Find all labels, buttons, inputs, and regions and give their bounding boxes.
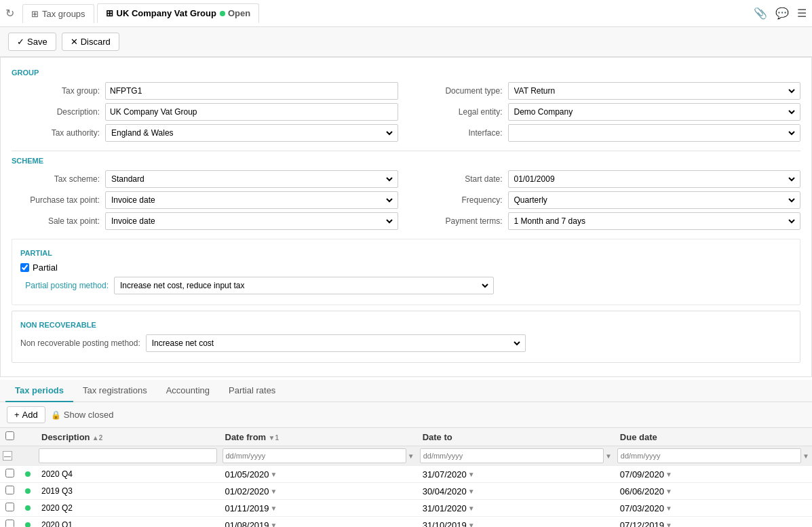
- document-type-select[interactable]: VAT Return: [511, 83, 798, 99]
- row-2-check[interactable]: [0, 500, 20, 517]
- row-3-due-date[interactable]: 07/12/2019 ▼: [615, 517, 812, 528]
- row-1-date-from-dd[interactable]: ▼: [271, 488, 277, 495]
- document-type-dropdown[interactable]: VAT Return: [508, 82, 801, 100]
- row-3-check[interactable]: [0, 517, 20, 528]
- row-0-check[interactable]: [0, 466, 20, 483]
- row-3-date-to[interactable]: 31/10/2019 ▼: [417, 517, 615, 528]
- row-2-date-to[interactable]: 31/01/2020 ▼: [417, 500, 615, 517]
- row-1-date-from[interactable]: 01/02/2020 ▼: [220, 483, 417, 500]
- filter-due-date-cell[interactable]: ▼: [615, 446, 812, 466]
- start-date-select[interactable]: 01/01/2009: [511, 171, 798, 187]
- row-3-description[interactable]: 2020 Q1: [36, 517, 220, 528]
- select-all-checkbox[interactable]: [5, 431, 14, 440]
- non-rec-select[interactable]: Increase net cost: [149, 335, 522, 351]
- row-2-due-date-dd[interactable]: ▼: [665, 505, 672, 512]
- row-3-date-to-dd[interactable]: ▼: [468, 522, 475, 528]
- filter-due-date-input[interactable]: [617, 448, 801, 463]
- description-field[interactable]: [110, 107, 393, 117]
- purchase-tax-dropdown[interactable]: Invoice date: [105, 191, 398, 209]
- tab-uk-company[interactable]: ⊞ UK Company Vat Group Open: [97, 3, 260, 23]
- add-button[interactable]: + Add: [7, 406, 45, 423]
- legal-entity-dropdown[interactable]: Demo Company: [508, 103, 801, 121]
- filter-date-to-cell[interactable]: ▼: [417, 446, 615, 466]
- row-2-date-from[interactable]: 01/11/2019 ▼: [220, 500, 417, 517]
- tab-partial-rates[interactable]: Partial rates: [219, 380, 285, 402]
- frequency-select[interactable]: Quarterly: [511, 192, 798, 208]
- filter-date-from-cell[interactable]: ▼: [220, 446, 417, 466]
- row-2-due-date[interactable]: 07/03/2020 ▼: [615, 500, 812, 517]
- due-date-filter-dropdown[interactable]: ▼: [803, 452, 809, 460]
- tax-authority-select[interactable]: England & Wales: [109, 125, 395, 141]
- row-1-check[interactable]: [0, 483, 20, 500]
- row-0-date-to-dd[interactable]: ▼: [468, 471, 475, 478]
- interface-dropdown[interactable]: [508, 124, 801, 142]
- non-rec-dropdown[interactable]: Increase net cost: [146, 334, 526, 352]
- paperclip-icon[interactable]: 📎: [754, 7, 767, 20]
- row-2-date-from-dd[interactable]: ▼: [271, 505, 277, 512]
- row-0-date-from-dd[interactable]: ▼: [271, 471, 277, 478]
- row-3-checkbox[interactable]: [5, 520, 14, 527]
- refresh-icon[interactable]: ↻: [5, 7, 14, 20]
- row-1-description[interactable]: 2019 Q3: [36, 483, 220, 500]
- tab-tax-groups[interactable]: ⊞ Tax groups: [22, 4, 94, 23]
- row-3-due-date-dd[interactable]: ▼: [665, 522, 672, 528]
- row-0-due-date-dd[interactable]: ▼: [665, 471, 672, 478]
- filter-date-to-input[interactable]: [420, 448, 604, 463]
- tax-scheme-dropdown[interactable]: Standard: [105, 170, 398, 188]
- start-date-dropdown[interactable]: 01/01/2009: [508, 170, 801, 188]
- row-2-date-to-dd[interactable]: ▼: [468, 505, 475, 512]
- row-2-description[interactable]: 2020 Q2: [36, 500, 220, 517]
- purchase-tax-select[interactable]: Invoice date: [109, 192, 395, 208]
- select-all-header[interactable]: [0, 428, 20, 446]
- date-to-header[interactable]: Date to: [417, 428, 615, 446]
- tax-authority-dropdown[interactable]: England & Wales: [105, 124, 398, 142]
- payment-terms-select[interactable]: 1 Month and 7 days: [511, 213, 798, 229]
- filter-icon[interactable]: ☰: [797, 7, 807, 20]
- tab-tax-registrations[interactable]: Tax registrations: [73, 380, 157, 402]
- tax-scheme-select[interactable]: Standard: [109, 171, 395, 187]
- row-0-description[interactable]: 2020 Q4: [36, 466, 220, 483]
- row-1-due-date[interactable]: 06/06/2020 ▼: [615, 483, 812, 500]
- row-0-checkbox[interactable]: [5, 469, 14, 477]
- row-0-date-from[interactable]: 01/05/2020 ▼: [220, 466, 417, 483]
- date-from-filter-dropdown[interactable]: ▼: [408, 452, 414, 460]
- due-date-header[interactable]: Due date: [615, 428, 812, 446]
- partial-posting-select[interactable]: Increase net cost, reduce input tax: [117, 277, 490, 294]
- partial-posting-dropdown[interactable]: Increase net cost, reduce input tax: [114, 277, 494, 294]
- row-3-date-from-dd[interactable]: ▼: [271, 522, 277, 528]
- row-3-date-from[interactable]: 01/08/2019 ▼: [220, 517, 417, 528]
- comment-icon[interactable]: 💬: [775, 7, 789, 20]
- row-1-date-to[interactable]: 30/04/2020 ▼: [417, 483, 615, 500]
- date-to-filter-dropdown[interactable]: ▼: [605, 452, 612, 460]
- row-1-due-date-dd[interactable]: ▼: [665, 488, 672, 495]
- filter-description-input[interactable]: [39, 448, 217, 463]
- partial-checkbox[interactable]: [20, 263, 29, 272]
- collapse-btn[interactable]: —: [3, 451, 12, 461]
- sale-tax-dropdown[interactable]: Invoice date: [105, 212, 398, 230]
- interface-select[interactable]: [511, 125, 798, 141]
- description-header[interactable]: Description ▲2: [36, 428, 220, 446]
- date-from-header[interactable]: Date from ▼1: [220, 428, 417, 446]
- legal-entity-select[interactable]: Demo Company: [511, 104, 798, 120]
- description-sort-icon[interactable]: ▲2: [92, 434, 102, 442]
- filter-date-from-input[interactable]: [223, 448, 406, 463]
- row-0-due-date[interactable]: 07/09/2020 ▼: [615, 466, 812, 483]
- discard-button[interactable]: ✕ Discard: [62, 33, 119, 51]
- show-closed-toggle[interactable]: 🔒 Show closed: [51, 410, 114, 420]
- date-from-sort-icon[interactable]: ▼1: [269, 434, 279, 442]
- row-1-date-to-dd[interactable]: ▼: [468, 488, 475, 495]
- tab-tax-periods[interactable]: Tax periods: [5, 380, 73, 402]
- description-input[interactable]: [105, 103, 398, 121]
- row-2-checkbox[interactable]: [5, 503, 14, 511]
- save-button[interactable]: ✓ Save: [8, 33, 56, 51]
- tax-group-field[interactable]: [110, 86, 393, 96]
- payment-terms-dropdown[interactable]: 1 Month and 7 days: [508, 212, 801, 230]
- sale-tax-select[interactable]: Invoice date: [109, 213, 395, 229]
- partial-checkbox-label[interactable]: Partial: [20, 262, 58, 273]
- frequency-dropdown[interactable]: Quarterly: [508, 191, 801, 209]
- row-1-checkbox[interactable]: [5, 486, 14, 494]
- tax-group-input[interactable]: [105, 82, 398, 100]
- tab-accounting[interactable]: Accounting: [157, 380, 219, 402]
- row-0-date-to[interactable]: 31/07/2020 ▼: [417, 466, 615, 483]
- filter-description-cell[interactable]: [36, 446, 220, 466]
